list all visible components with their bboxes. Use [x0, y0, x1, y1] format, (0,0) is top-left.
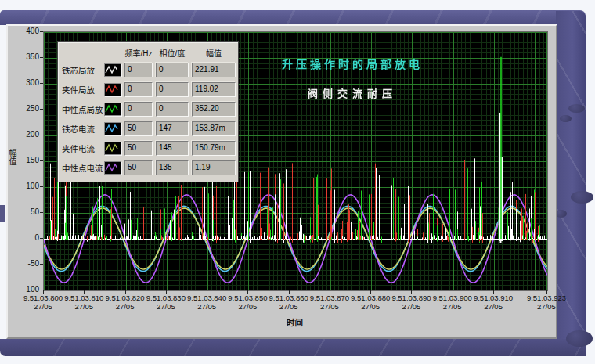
x-tick-label: 9:51:03.92327/05: [521, 294, 572, 311]
legend-value-phase: 145: [156, 141, 189, 156]
x-tick-time: 9:51:03.923: [521, 294, 572, 302]
y-tick-label: 400: [6, 27, 39, 35]
legend-row-label: 中性点电流: [62, 162, 101, 174]
legend-value-freq: 0: [124, 102, 153, 117]
x-tick-time: 9:51:03.910: [468, 294, 518, 302]
legend-value-freq: 50: [124, 121, 153, 136]
legend-row-label: 夹件电流: [62, 142, 101, 154]
bubble-decoration: [571, 191, 593, 204]
y-tick-label: 300: [6, 78, 39, 87]
x-tick-label: 9:51:03.91027/05: [468, 294, 518, 311]
y-tick-label: 350: [6, 52, 39, 61]
plot-swatch-icon[interactable]: [104, 161, 121, 175]
plot-swatch-icon[interactable]: [104, 103, 121, 116]
x-tick-mark: [247, 290, 248, 294]
legend-value-phase: 0: [156, 102, 189, 117]
frame-left-tab: [0, 205, 5, 222]
x-tick-mark: [125, 290, 126, 294]
plot-swatch-icon[interactable]: [104, 83, 121, 96]
legend-row-label: 中性点局放: [62, 103, 101, 115]
y-tick-label: 50: [6, 207, 39, 216]
x-axis-label: 时间: [43, 316, 546, 328]
application-window: 幅值 400350300250200150100500-50-100 9:51:…: [0, 0, 595, 364]
x-tick-mark: [453, 290, 453, 294]
x-tick-mark: [84, 290, 85, 294]
y-tick-label: 150: [6, 156, 39, 164]
legend-panel: 频率/Hz相位/度幅值铁芯局放00221.91夹件局放00119.02中性点局放…: [57, 41, 239, 182]
x-tick-mark: [43, 290, 44, 294]
y-tick-label: 250: [6, 104, 39, 113]
legend-value-phase: 147: [156, 121, 189, 136]
bubble-decoration: [560, 115, 572, 122]
x-tick-date: 27/05: [468, 302, 518, 311]
y-tick-label: 100: [6, 182, 39, 190]
legend-value-phase: 0: [156, 63, 189, 77]
legend-value-freq: 0: [124, 63, 153, 77]
plot-swatch-icon[interactable]: [104, 142, 121, 155]
x-tick-mark: [330, 290, 330, 294]
legend-value-amp: 150.79m: [192, 141, 236, 156]
chart-subtitle-overlay: 阀侧交流耐压: [251, 85, 454, 100]
legend-header: 频率/Hz: [124, 47, 153, 59]
legend-value-phase: 135: [156, 160, 189, 175]
x-tick-mark: [370, 290, 371, 294]
legend-value-amp: 153.87m: [192, 121, 236, 136]
frame-top-bar: [0, 10, 586, 25]
legend-value-amp: 352.20: [192, 102, 236, 117]
legend-header: 相位/度: [156, 47, 189, 59]
legend-value-freq: 0: [124, 82, 153, 97]
x-tick-mark: [166, 290, 167, 294]
legend-value-freq: 50: [124, 141, 153, 156]
plot-swatch-icon[interactable]: [104, 63, 121, 77]
y-tick-label: -50: [6, 259, 39, 268]
y-tick-label: 0: [6, 233, 39, 242]
x-tick-date: 27/05: [521, 302, 572, 311]
x-tick-mark: [411, 290, 412, 294]
legend-row-label: 铁芯电流: [62, 123, 101, 135]
y-tick-label: -100: [6, 285, 39, 294]
legend-value-freq: 50: [124, 160, 153, 175]
legend-row-label: 铁芯局放: [62, 64, 101, 76]
bubble-decoration: [568, 104, 585, 113]
legend-value-phase: 0: [156, 82, 189, 97]
x-tick-mark: [289, 290, 290, 294]
frame-bottom-bar: [0, 339, 586, 356]
x-tick-mark: [546, 290, 547, 294]
y-tick-label: 200: [6, 130, 39, 139]
x-tick-mark: [207, 290, 207, 294]
bubble-decoration: [566, 330, 593, 347]
legend-row-label: 夹件局放: [62, 84, 101, 96]
legend-header: 幅值: [192, 47, 236, 59]
x-tick-mark: [493, 290, 494, 294]
legend-value-amp: 221.91: [192, 63, 236, 77]
chart-title-overlay: 升压操作时的局部放电: [251, 56, 454, 71]
legend-value-amp: 119.02: [192, 82, 236, 97]
legend-value-amp: 1.19: [192, 160, 236, 175]
plot-swatch-icon[interactable]: [104, 122, 121, 135]
